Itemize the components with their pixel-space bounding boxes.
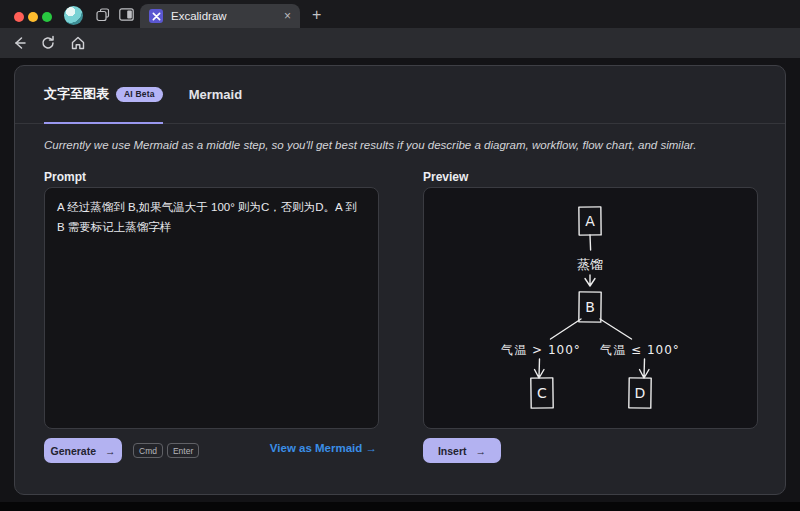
dialog-tab-bar: 文字至图表 AI Beta Mermaid [15, 66, 785, 124]
preview-label: Preview [423, 170, 468, 184]
edge-a-b-label: 蒸馏 [577, 257, 603, 272]
new-tab-button[interactable]: + [312, 6, 321, 24]
edge-b-c-label: 气温 > 100° [500, 343, 581, 357]
profile-avatar[interactable] [64, 6, 83, 25]
tab-strip: Excalidraw × + [0, 0, 800, 28]
minimize-window-button[interactable] [28, 12, 38, 22]
node-c-label: C [537, 385, 547, 401]
shortcut-hint: Cmd Enter [133, 443, 199, 458]
prompt-label: Prompt [44, 170, 86, 184]
ai-beta-badge: AI Beta [116, 87, 163, 102]
flowchart-diagram: A 蒸馏 B 气温 > 100° C 气温 ≤ 100° [424, 188, 757, 428]
tab-close-icon[interactable]: × [284, 10, 291, 22]
edge-b-d-arrowhead [640, 359, 650, 378]
excalidraw-favicon-icon [149, 9, 163, 23]
home-icon[interactable] [70, 35, 86, 51]
view-as-mermaid-link[interactable]: View as Mermaid → [270, 442, 377, 454]
dialog-description: Currently we use Mermaid as a middle ste… [44, 139, 756, 151]
generate-button[interactable]: Generate → [44, 438, 122, 463]
generate-button-label: Generate [50, 445, 96, 457]
insert-button-label: Insert [438, 445, 467, 457]
generate-arrow-icon: → [105, 445, 116, 457]
reload-icon[interactable] [40, 35, 56, 51]
window-bottom-edge [0, 502, 800, 511]
insert-arrow-icon: → [476, 445, 487, 457]
tab-title: Excalidraw [171, 10, 276, 22]
text-to-diagram-dialog: 文字至图表 AI Beta Mermaid Currently we use M… [14, 65, 786, 495]
workspaces-icon[interactable] [96, 8, 110, 22]
tab-text-to-diagram[interactable]: 文字至图表 AI Beta [44, 66, 163, 124]
edge-b-c-arrowhead [535, 359, 545, 378]
enter-key-hint: Enter [167, 443, 199, 458]
browser-toolbar: https://draw.kwok.ink ⋯ [0, 28, 800, 58]
diagram-preview-canvas: A 蒸馏 B 气温 > 100° C 气温 ≤ 100° [423, 187, 758, 429]
node-b-label: B [585, 299, 595, 315]
insert-button[interactable]: Insert → [423, 438, 501, 463]
edge-b-d-label: 气温 ≤ 100° [599, 343, 680, 357]
browser-tab-excalidraw[interactable]: Excalidraw × [140, 4, 300, 28]
edge-a-b-arrowhead [585, 275, 595, 286]
back-icon[interactable] [11, 35, 27, 51]
edge-b-c-line [551, 319, 582, 339]
node-a-label: A [585, 213, 595, 229]
tab-mermaid[interactable]: Mermaid [189, 66, 242, 123]
close-window-button[interactable] [14, 12, 24, 22]
sidebar-toggle-icon[interactable] [119, 8, 134, 21]
cmd-key-hint: Cmd [133, 443, 163, 458]
browser-window: Excalidraw × + https://draw.kwok.ink [0, 0, 800, 511]
edge-b-d-line [600, 319, 632, 339]
node-d-label: D [635, 385, 646, 401]
tab-text-to-diagram-label: 文字至图表 [44, 85, 109, 103]
edge-a-b-line [590, 235, 591, 250]
tab-mermaid-label: Mermaid [189, 87, 242, 102]
prompt-textarea[interactable]: A 经过蒸馏到 B,如果气温大于 100° 则为C，否则为D。A 到 B 需要标… [44, 187, 379, 429]
maximize-window-button[interactable] [42, 12, 52, 22]
